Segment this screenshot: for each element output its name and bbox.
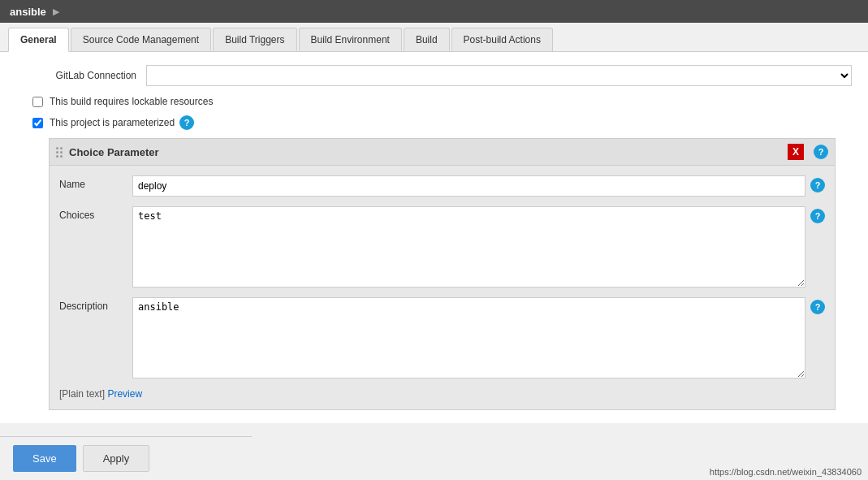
name-label: Name [59,175,132,190]
tab-general[interactable]: General [8,28,69,52]
lockable-checkbox[interactable] [32,97,43,107]
top-bar: ansible ▶ [0,0,868,23]
tab-scm[interactable]: Source Code Management [71,28,211,51]
name-field-row: Name ? [59,175,825,197]
name-help-icon[interactable]: ? [810,178,825,192]
plain-text-label: [Plain text] [59,388,105,400]
lockable-label: This build requires lockable resources [50,96,213,107]
choice-panel-body: Name ? Choices test ? [50,166,835,409]
tab-postbuild[interactable]: Post-build Actions [451,28,553,51]
choices-field-row: Choices test ? [59,206,825,288]
gitlab-label: GitLab Connection [16,70,146,81]
name-input[interactable] [132,175,805,197]
choice-panel-header: Choice Parameter X ? [50,139,835,166]
description-textarea[interactable]: ansible [132,297,805,378]
tabs-bar: General Source Code Management Build Tri… [0,23,868,52]
main-content: General Source Code Management Build Tri… [0,23,868,423]
choice-panel-wrapper: Choice Parameter X ? Name ? [16,138,852,410]
breadcrumb-arrow: ▶ [53,6,59,17]
gitlab-control [146,65,852,86]
gitlab-select[interactable] [146,65,852,86]
description-help-icon[interactable]: ? [810,300,825,314]
gitlab-row: GitLab Connection [16,65,852,86]
parameterized-label: This project is parameterized [50,117,175,128]
description-label: Description [59,297,132,312]
description-input-wrap: ansible ? [132,297,825,378]
choices-label: Choices [59,206,132,221]
choices-help-icon[interactable]: ? [810,209,825,223]
description-field-row: Description ansible ? [59,297,825,378]
parameterized-checkbox[interactable] [32,118,43,128]
close-panel-button[interactable]: X [788,144,804,160]
preview-link[interactable]: Preview [107,388,142,400]
plain-text-row: [Plain text] Preview [59,388,825,400]
drag-handle-icon[interactable] [56,147,63,158]
choices-textarea[interactable]: test [132,206,805,288]
parameterized-row: This project is parameterized ? [16,115,852,130]
choice-panel: Choice Parameter X ? Name ? [49,138,836,410]
tab-triggers[interactable]: Build Triggers [213,28,296,51]
tab-build[interactable]: Build [404,28,450,51]
choices-input-wrap: test ? [132,206,825,288]
name-input-wrap: ? [132,175,825,197]
form-area: GitLab Connection This build requires lo… [0,52,868,423]
parameterized-help-icon[interactable]: ? [179,115,194,130]
choice-panel-title: Choice Parameter [69,146,788,158]
choice-panel-help-icon[interactable]: ? [814,145,828,159]
tab-environment[interactable]: Build Environment [299,28,402,51]
lockable-row: This build requires lockable resources [16,96,852,107]
project-title: ansible [10,6,46,18]
